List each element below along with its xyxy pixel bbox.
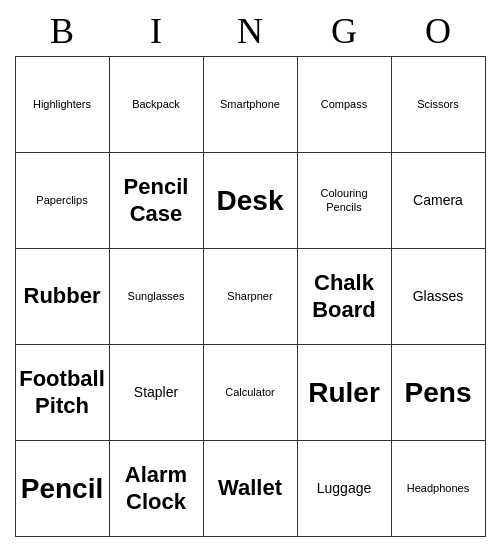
bingo-cell-15: Football Pitch (16, 345, 110, 441)
bingo-cell-6: Pencil Case (110, 153, 204, 249)
cell-text-3: Compass (321, 98, 367, 111)
bingo-cell-13: Chalk Board (298, 249, 392, 345)
cell-text-9: Camera (413, 192, 463, 209)
cell-text-6: Pencil Case (114, 174, 199, 227)
bingo-cell-23: Luggage (298, 441, 392, 537)
cell-text-15: Football Pitch (19, 366, 105, 419)
bingo-cell-21: Alarm Clock (110, 441, 204, 537)
bingo-cell-12: Sharpner (204, 249, 298, 345)
cell-text-18: Ruler (308, 376, 380, 410)
bingo-letter-i: I (109, 10, 203, 52)
cell-text-13: Chalk Board (302, 270, 387, 323)
bingo-cell-4: Scissors (392, 57, 486, 153)
cell-text-19: Pens (405, 376, 472, 410)
bingo-header: BINGO (15, 10, 485, 52)
bingo-cell-16: Stapler (110, 345, 204, 441)
bingo-letter-g: G (297, 10, 391, 52)
cell-text-5: Paperclips (36, 194, 87, 207)
bingo-cell-10: Rubber (16, 249, 110, 345)
cell-text-0: Highlighters (33, 98, 91, 111)
bingo-cell-11: Sunglasses (110, 249, 204, 345)
bingo-cell-14: Glasses (392, 249, 486, 345)
bingo-cell-2: Smartphone (204, 57, 298, 153)
cell-text-4: Scissors (417, 98, 459, 111)
cell-text-21: Alarm Clock (114, 462, 199, 515)
cell-text-20: Pencil (21, 472, 103, 506)
cell-text-17: Calculator (225, 386, 275, 399)
bingo-letter-n: N (203, 10, 297, 52)
cell-text-7: Desk (217, 184, 284, 218)
bingo-cell-9: Camera (392, 153, 486, 249)
bingo-letter-o: O (391, 10, 485, 52)
cell-text-23: Luggage (317, 480, 372, 497)
cell-text-16: Stapler (134, 384, 178, 401)
bingo-cell-20: Pencil (16, 441, 110, 537)
bingo-cell-7: Desk (204, 153, 298, 249)
bingo-cell-0: Highlighters (16, 57, 110, 153)
bingo-cell-19: Pens (392, 345, 486, 441)
bingo-cell-3: Compass (298, 57, 392, 153)
cell-text-1: Backpack (132, 98, 180, 111)
bingo-grid: HighlightersBackpackSmartphoneCompassSci… (15, 56, 486, 537)
bingo-letter-b: B (15, 10, 109, 52)
bingo-cell-5: Paperclips (16, 153, 110, 249)
bingo-cell-17: Calculator (204, 345, 298, 441)
cell-text-11: Sunglasses (128, 290, 185, 303)
cell-text-2: Smartphone (220, 98, 280, 111)
bingo-cell-24: Headphones (392, 441, 486, 537)
cell-text-14: Glasses (413, 288, 464, 305)
cell-text-24: Headphones (407, 482, 469, 495)
bingo-cell-8: Colouring Pencils (298, 153, 392, 249)
cell-text-22: Wallet (218, 475, 282, 501)
bingo-cell-22: Wallet (204, 441, 298, 537)
cell-text-8: Colouring Pencils (302, 187, 387, 213)
cell-text-10: Rubber (24, 283, 101, 309)
bingo-cell-1: Backpack (110, 57, 204, 153)
cell-text-12: Sharpner (227, 290, 272, 303)
bingo-cell-18: Ruler (298, 345, 392, 441)
